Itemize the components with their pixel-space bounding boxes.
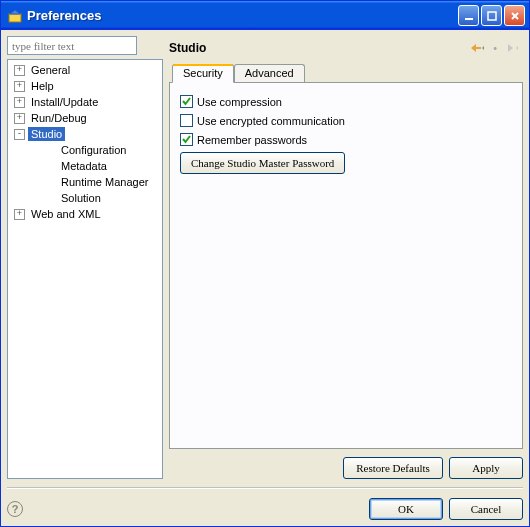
svg-rect-2: [465, 18, 473, 20]
app-icon: [7, 8, 23, 24]
svg-marker-6: [471, 44, 476, 52]
use-compression-label: Use compression: [197, 96, 282, 108]
tab-content-security: Use compression Use encrypted communicat…: [170, 83, 522, 186]
nav-back-button[interactable]: [467, 39, 489, 57]
use-encrypted-checkbox[interactable]: [180, 114, 193, 127]
cancel-button[interactable]: Cancel: [449, 498, 523, 520]
nav-forward-button[interactable]: [501, 39, 523, 57]
tree-item-studio[interactable]: -Studio: [10, 126, 162, 142]
svg-marker-10: [516, 46, 518, 50]
tab-security[interactable]: Security: [172, 64, 234, 83]
restore-defaults-button[interactable]: Restore Defaults: [343, 457, 443, 479]
page-title: Studio: [169, 41, 467, 55]
expand-icon[interactable]: +: [14, 97, 25, 108]
svg-marker-1: [10, 10, 20, 14]
change-master-password-button[interactable]: Change Studio Master Password: [180, 152, 345, 174]
tab-panel: Security Advanced Use compression Use: [169, 82, 523, 449]
ok-button[interactable]: OK: [369, 498, 443, 520]
right-pane: Studio • Security Advanced: [169, 36, 523, 479]
tree-item-help[interactable]: +Help: [10, 78, 162, 94]
tree-item-configuration[interactable]: Configuration: [10, 142, 162, 158]
expand-icon[interactable]: +: [14, 65, 25, 76]
leaf-icon: [44, 145, 55, 156]
leaf-icon: [44, 193, 55, 204]
apply-button[interactable]: Apply: [449, 457, 523, 479]
svg-rect-3: [488, 12, 496, 20]
tree-item-web-xml[interactable]: +Web and XML: [10, 206, 162, 222]
window-title: Preferences: [27, 8, 458, 23]
help-icon[interactable]: ?: [7, 501, 23, 517]
use-encrypted-label: Use encrypted communication: [197, 115, 345, 127]
leaf-icon: [44, 161, 55, 172]
tree-item-run-debug[interactable]: +Run/Debug: [10, 110, 162, 126]
leaf-icon: [44, 177, 55, 188]
svg-marker-8: [482, 46, 484, 50]
preference-tree[interactable]: +General +Help +Install/Update +Run/Debu…: [7, 59, 163, 479]
maximize-button[interactable]: [481, 5, 502, 26]
tree-item-metadata[interactable]: Metadata: [10, 158, 162, 174]
tree-item-general[interactable]: +General: [10, 62, 162, 78]
collapse-icon[interactable]: -: [14, 129, 25, 140]
expand-icon[interactable]: +: [14, 209, 25, 220]
expand-icon[interactable]: +: [14, 113, 25, 124]
tree-item-runtime-manager[interactable]: Runtime Manager: [10, 174, 162, 190]
tab-advanced[interactable]: Advanced: [234, 64, 305, 82]
minimize-button[interactable]: [458, 5, 479, 26]
filter-input[interactable]: [7, 36, 137, 55]
close-button[interactable]: [504, 5, 525, 26]
left-pane: +General +Help +Install/Update +Run/Debu…: [7, 36, 163, 479]
svg-rect-0: [9, 14, 21, 22]
expand-icon[interactable]: +: [14, 81, 25, 92]
separator: [7, 487, 523, 488]
svg-marker-9: [508, 44, 513, 52]
titlebar[interactable]: Preferences: [1, 1, 529, 30]
preferences-window: Preferences +General +Help +Install/Upda…: [0, 0, 530, 527]
use-compression-checkbox[interactable]: [180, 95, 193, 108]
svg-rect-7: [476, 47, 481, 49]
remember-passwords-checkbox[interactable]: [180, 133, 193, 146]
tree-item-install-update[interactable]: +Install/Update: [10, 94, 162, 110]
remember-passwords-label: Remember passwords: [197, 134, 307, 146]
tree-item-solution[interactable]: Solution: [10, 190, 162, 206]
